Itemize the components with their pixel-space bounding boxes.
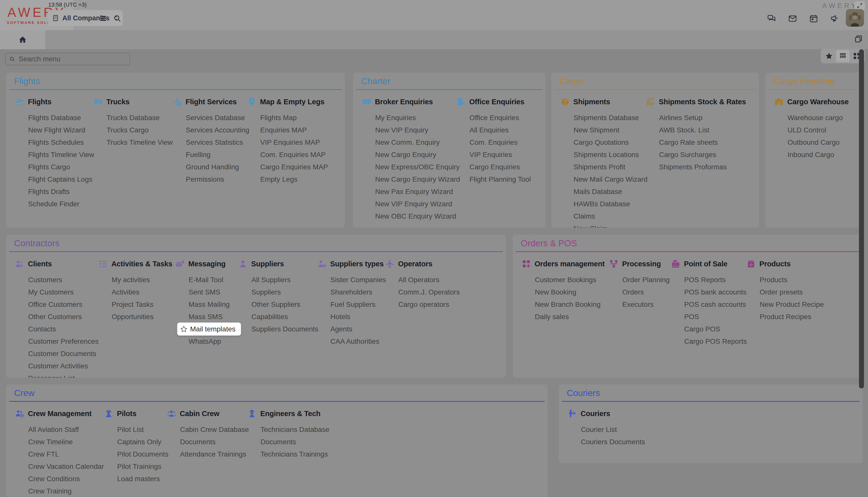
menu-item[interactable]: Documents bbox=[261, 436, 548, 448]
menu-item[interactable]: Couriers Documents bbox=[581, 436, 863, 448]
menu-item[interactable]: New Branch Booking bbox=[535, 298, 609, 311]
menu-item[interactable]: Sent SMS bbox=[189, 286, 238, 298]
menu-item[interactable]: Airlines Setup bbox=[659, 112, 759, 124]
menu-item[interactable]: New Mail Cargo Wizard bbox=[574, 173, 646, 185]
menu-item[interactable]: New Product Recipe bbox=[760, 298, 863, 311]
menu-item[interactable]: Cargo Enquiries MAP bbox=[260, 161, 345, 173]
menu-group-header[interactable]: Point of Sale bbox=[671, 258, 746, 270]
menu-group-header[interactable]: Orders management bbox=[521, 258, 609, 270]
menu-item[interactable]: VIP Enquiries bbox=[469, 148, 546, 161]
menu-item[interactable]: Pilot List bbox=[117, 423, 166, 436]
menu-item[interactable]: Fuel Suppliers bbox=[330, 298, 385, 311]
menu-item[interactable]: Services Database bbox=[186, 112, 247, 124]
menu-item[interactable]: New Flight Wizard bbox=[28, 124, 93, 136]
menu-item[interactable]: Office Customers bbox=[28, 298, 98, 311]
search-menu-input[interactable] bbox=[18, 55, 126, 63]
menu-group-header[interactable]: Broker Enquiries bbox=[362, 96, 456, 108]
menu-item[interactable]: Customer Preferences bbox=[28, 335, 98, 347]
menu-item[interactable]: Product Recipes bbox=[760, 311, 863, 323]
menu-item[interactable]: All Suppliers bbox=[251, 274, 317, 286]
menu-item[interactable]: Flights Timeline View bbox=[28, 148, 93, 161]
company-selector[interactable]: All Companies bbox=[48, 10, 123, 26]
menu-item[interactable]: New Express/OBC Enquiry bbox=[375, 161, 456, 173]
menu-group-header[interactable]: Operators bbox=[385, 258, 506, 270]
menu-item[interactable]: New Booking bbox=[535, 286, 609, 298]
menu-item[interactable]: Load masters bbox=[117, 473, 166, 485]
menu-item[interactable]: Suppliers bbox=[251, 286, 317, 298]
menu-item[interactable]: POS bbox=[684, 311, 746, 323]
menu-item[interactable]: Com. Enquiries bbox=[469, 136, 546, 148]
menu-group-header[interactable]: Pilots bbox=[104, 408, 166, 420]
menu-item[interactable]: Captains Only bbox=[117, 436, 166, 448]
menu-item[interactable]: Flight Planning Tool bbox=[469, 173, 546, 185]
menu-item[interactable]: All Enquiries bbox=[469, 124, 546, 136]
menu-item[interactable]: Mails Database bbox=[574, 185, 646, 198]
menu-item[interactable]: New Cargo Enquiry bbox=[375, 148, 456, 161]
megaphone-button[interactable] bbox=[830, 14, 840, 24]
menu-item[interactable]: Office Enquiries bbox=[469, 112, 546, 124]
menu-group-header[interactable]: Clients bbox=[15, 258, 98, 270]
menu-item[interactable]: Cargo POS Reports bbox=[684, 335, 746, 347]
menu-item[interactable]: Attendance Trainings bbox=[180, 448, 247, 460]
menu-item[interactable]: Activities bbox=[112, 286, 175, 298]
global-search-button[interactable] bbox=[112, 14, 122, 24]
restore-windows-button[interactable] bbox=[852, 33, 865, 45]
list-view-button[interactable] bbox=[836, 50, 850, 62]
menu-item[interactable]: WhatsApp bbox=[189, 335, 238, 347]
menu-item[interactable]: Empty Legs bbox=[260, 173, 345, 185]
menu-item[interactable]: Other Suppliers bbox=[251, 298, 317, 311]
menu-item[interactable]: Enquiries MAP bbox=[260, 124, 345, 136]
menu-item[interactable]: Technicians Database bbox=[261, 423, 548, 436]
menu-item[interactable]: Products bbox=[760, 274, 863, 286]
menu-item[interactable]: Services Statistics bbox=[186, 136, 247, 148]
menu-item-mail-templates[interactable]: Mail templates bbox=[178, 323, 240, 335]
vertical-scrollbar[interactable] bbox=[859, 49, 864, 388]
menu-item[interactable]: Cabin Crew Database bbox=[180, 423, 247, 436]
menu-item[interactable]: All Aviation Staff bbox=[28, 423, 104, 436]
menu-item[interactable]: Shipments Profit bbox=[574, 161, 646, 173]
menu-group-header[interactable]: Activities & Tasks bbox=[98, 258, 175, 270]
menu-item[interactable]: VIP Enquiries MAP bbox=[260, 136, 345, 148]
menu-item[interactable]: POS bank accounts bbox=[684, 286, 746, 298]
menu-group-header[interactable]: Office Enquiries bbox=[456, 96, 546, 108]
menu-item[interactable]: Comm.J. Operators bbox=[398, 286, 506, 298]
menu-item[interactable]: Order presets bbox=[760, 286, 863, 298]
favorites-star-button[interactable] bbox=[822, 50, 836, 62]
menu-item[interactable]: Ground Handling bbox=[186, 161, 247, 173]
menu-item[interactable]: Order Planning bbox=[622, 274, 671, 286]
menu-item[interactable]: Hotels bbox=[330, 311, 385, 323]
menu-item[interactable]: Trucks Cargo bbox=[107, 124, 172, 136]
menu-item[interactable]: Cargo Surcharges bbox=[659, 148, 759, 161]
menu-item[interactable]: Pilot Documents bbox=[117, 448, 166, 460]
menu-item[interactable]: Shareholders bbox=[330, 286, 385, 298]
menu-item[interactable]: My Enquiries bbox=[375, 112, 456, 124]
menu-item[interactable]: Customers bbox=[28, 274, 98, 286]
menu-item[interactable]: New Shipment bbox=[574, 124, 646, 136]
menu-item[interactable]: Cargo Quotations bbox=[574, 136, 646, 148]
menu-item[interactable]: Outbound Cargo bbox=[787, 136, 863, 148]
menu-item[interactable]: Other Customers bbox=[28, 311, 98, 323]
menu-item[interactable]: POS Reports bbox=[684, 274, 746, 286]
menu-item[interactable]: My Customers bbox=[28, 286, 98, 298]
menu-item[interactable]: Permissions bbox=[186, 173, 247, 185]
menu-item[interactable]: CAA Authorities bbox=[330, 335, 385, 347]
main-menu-button[interactable] bbox=[98, 14, 108, 24]
menu-item[interactable]: Fuelling bbox=[186, 148, 247, 161]
fullscreen-button[interactable] bbox=[854, 1, 865, 10]
menu-item[interactable]: All Operators bbox=[398, 274, 506, 286]
menu-item[interactable]: Opportunities bbox=[112, 311, 175, 323]
menu-item[interactable]: Mass SMS bbox=[189, 311, 238, 323]
menu-item[interactable]: New Comm. Enquiry bbox=[375, 136, 456, 148]
menu-item[interactable]: Schedule Finder bbox=[28, 198, 93, 210]
menu-item[interactable]: Cargo POS bbox=[684, 323, 746, 335]
menu-item[interactable]: Crew Training bbox=[28, 485, 104, 497]
menu-item[interactable]: New VIP Enquiry Wizard bbox=[375, 198, 456, 210]
menu-item[interactable]: Inbound Cargo bbox=[787, 148, 863, 161]
menu-group-header[interactable]: Engineers & Tech bbox=[247, 408, 548, 420]
menu-item[interactable]: Passenger List bbox=[28, 372, 98, 378]
menu-item[interactable]: ULD Control bbox=[787, 124, 863, 136]
menu-group-header[interactable]: Suppliers types bbox=[317, 258, 385, 270]
menu-group-header[interactable]: Shipments Stock & Rates bbox=[646, 96, 759, 108]
menu-item[interactable]: Cargo Rate sheets bbox=[659, 136, 759, 148]
calendar-button[interactable] bbox=[809, 14, 819, 24]
